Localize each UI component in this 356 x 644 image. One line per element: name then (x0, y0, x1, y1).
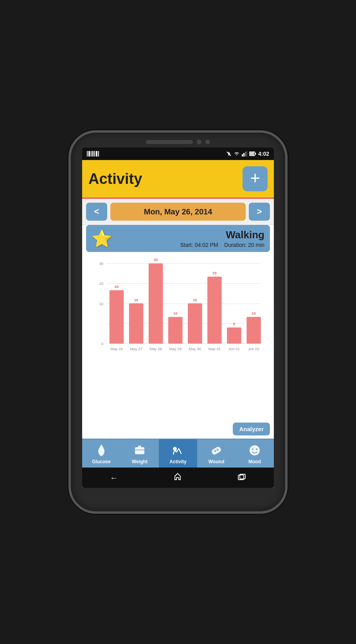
status-left (87, 151, 99, 157)
phone-screen: 4:02 Activity + < Mon, May 26, 2014 > ⭐ … (82, 148, 274, 488)
mood-icon (248, 443, 262, 457)
svg-text:30: 30 (99, 261, 104, 266)
bottom-nav: Glucose Weight Activity Wo (82, 439, 274, 468)
nav-item-activity[interactable]: Activity (159, 439, 197, 468)
svg-text:15: 15 (193, 298, 197, 302)
svg-text:May 26: May 26 (110, 347, 123, 351)
chart-container: 30 20 10 0 20 May 26 15 May 27 30 (86, 256, 270, 358)
status-right: 4:02 (226, 151, 269, 157)
svg-text:May 28: May 28 (149, 347, 162, 351)
svg-rect-29 (188, 303, 202, 344)
activity-duration: Duration: 20 min (224, 242, 264, 248)
prev-date-button[interactable]: < (86, 203, 107, 221)
weight-icon (133, 443, 147, 457)
activity-start: Start: 04:02 PM (180, 242, 218, 248)
mute-icon (226, 151, 232, 157)
activity-icon (171, 443, 185, 457)
svg-point-49 (250, 445, 260, 455)
svg-text:20: 20 (115, 284, 119, 289)
back-button[interactable]: ← (110, 473, 118, 482)
nav-label-wound: Wound (209, 459, 224, 464)
glucose-icon (94, 443, 108, 457)
svg-text:May 31: May 31 (209, 347, 221, 351)
svg-rect-38 (246, 317, 261, 344)
wifi-icon (234, 151, 240, 157)
nav-label-activity: Activity (169, 459, 186, 464)
svg-rect-1 (242, 154, 243, 157)
sensor-dot (205, 140, 210, 144)
svg-text:30: 30 (154, 257, 158, 262)
page-title: Activity (88, 171, 142, 187)
current-date: Mon, May 26, 2014 (110, 203, 246, 221)
svg-rect-42 (138, 446, 141, 448)
signal-icon (242, 151, 247, 157)
svg-text:25: 25 (212, 271, 217, 275)
activity-name: Walking (117, 229, 264, 241)
status-bar: 4:02 (82, 148, 274, 160)
speaker (146, 140, 193, 144)
svg-text:10: 10 (252, 311, 256, 315)
svg-text:May 30: May 30 (189, 347, 201, 351)
wound-icon (209, 443, 223, 457)
svg-text:6: 6 (233, 322, 235, 326)
camera-dot (197, 140, 201, 144)
chart-area: 30 20 10 0 20 May 26 15 May 27 30 (82, 252, 274, 439)
svg-text:Jun 01: Jun 01 (228, 347, 240, 351)
svg-point-51 (256, 448, 257, 450)
android-nav-bar: ← (82, 468, 274, 488)
svg-text:10: 10 (99, 302, 104, 306)
recents-button[interactable] (237, 473, 246, 483)
svg-rect-41 (135, 447, 144, 454)
activity-details: Start: 04:02 PM Duration: 20 min (117, 242, 264, 248)
home-button[interactable] (173, 472, 182, 483)
svg-rect-2 (243, 153, 245, 157)
svg-rect-20 (129, 303, 144, 344)
svg-rect-26 (168, 317, 183, 344)
bar-chart: 30 20 10 0 20 May 26 15 May 27 30 (86, 256, 270, 358)
svg-text:15: 15 (134, 298, 138, 302)
add-button[interactable]: + (243, 166, 268, 191)
nav-label-weight: Weight (132, 459, 147, 464)
svg-text:Jun 02: Jun 02 (248, 347, 259, 351)
app-header: Activity + (82, 160, 274, 199)
barcode-icon (87, 151, 99, 157)
svg-rect-32 (207, 277, 222, 344)
svg-point-50 (252, 448, 254, 450)
add-icon: + (250, 169, 260, 187)
svg-rect-7 (255, 153, 256, 155)
next-date-button[interactable]: > (249, 203, 270, 221)
svg-text:0: 0 (101, 342, 103, 346)
activity-info: Walking Start: 04:02 PM Duration: 20 min (117, 229, 264, 248)
svg-text:May 29: May 29 (169, 347, 182, 351)
battery-icon (249, 151, 256, 156)
svg-rect-6 (250, 152, 254, 155)
nav-item-glucose[interactable]: Glucose (82, 439, 120, 468)
nav-label-mood: Mood (248, 459, 261, 464)
nav-label-glucose: Glucose (92, 459, 110, 464)
svg-text:20: 20 (99, 281, 104, 286)
phone-device: 4:02 Activity + < Mon, May 26, 2014 > ⭐ … (68, 130, 288, 514)
svg-text:10: 10 (173, 311, 178, 315)
status-time: 4:02 (258, 151, 269, 157)
svg-rect-17 (110, 290, 124, 344)
svg-rect-23 (149, 263, 163, 344)
nav-item-wound[interactable]: Wound (197, 439, 236, 468)
star-icon: ⭐ (92, 229, 112, 248)
date-nav: < Mon, May 26, 2014 > (82, 199, 274, 225)
analyzer-button[interactable]: Analyzer (233, 423, 270, 435)
svg-rect-3 (245, 152, 246, 157)
svg-rect-4 (246, 151, 247, 157)
phone-top-bar (71, 140, 285, 144)
nav-item-weight[interactable]: Weight (120, 439, 159, 468)
svg-text:May 27: May 27 (130, 347, 142, 351)
activity-entry[interactable]: ⭐ Walking Start: 04:02 PM Duration: 20 m… (86, 225, 270, 252)
nav-item-mood[interactable]: Mood (236, 439, 274, 468)
svg-rect-35 (227, 327, 241, 344)
